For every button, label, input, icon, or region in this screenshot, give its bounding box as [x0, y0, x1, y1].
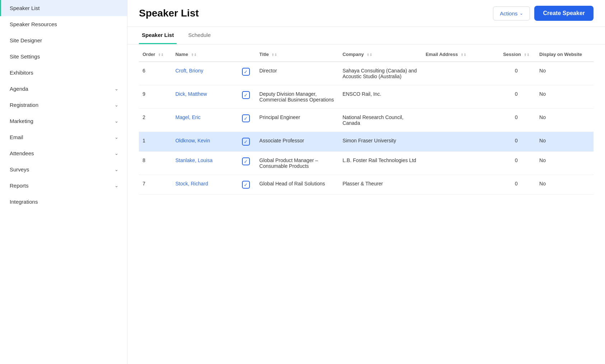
cell-order: 6	[139, 62, 172, 85]
sidebar-item-reports[interactable]: Reports ⌄	[0, 178, 127, 194]
sidebar-item-marketing[interactable]: Marketing ⌄	[0, 113, 127, 129]
sidebar-item-agenda[interactable]: Agenda ⌄	[0, 81, 127, 97]
table-row: 6 Croft, Briony ✓ Director Sahaya Consul…	[139, 62, 594, 85]
table-row: 8 Stanlake, Louisa ✓ Global Product Mana…	[139, 152, 594, 175]
table-row: 1 Oldknow, Kevin ✓ Associate Professor S…	[139, 132, 594, 152]
sidebar-item-registration[interactable]: Registration ⌄	[0, 97, 127, 113]
sort-icon: ⇧⇩	[191, 53, 197, 57]
cell-session: 0	[497, 132, 536, 152]
cell-name[interactable]: Magel, Eric	[172, 109, 238, 132]
sidebar-item-label: Surveys	[10, 166, 29, 172]
cell-order: 2	[139, 109, 172, 132]
cell-email	[422, 62, 497, 85]
sidebar-item-integrations[interactable]: Integrations	[0, 194, 127, 210]
cell-checkbox[interactable]: ✓	[238, 109, 256, 132]
cell-checkbox[interactable]: ✓	[238, 132, 256, 152]
sort-icon: ⇧⇩	[524, 53, 530, 57]
cell-order: 7	[139, 175, 172, 195]
col-header-title[interactable]: Title ⇧⇩	[256, 47, 339, 62]
cell-company: Sahaya Consulting (Canada) and Acoustic …	[339, 62, 422, 85]
cell-display: No	[536, 85, 594, 109]
sidebar-item-site-settings[interactable]: Site Settings	[0, 48, 127, 65]
chevron-down-icon: ⌄	[115, 102, 118, 108]
cell-checkbox[interactable]: ✓	[238, 62, 256, 85]
sidebar-item-label: Speaker List	[10, 5, 39, 11]
main-content: Speaker List Actions ⌄ Create Speaker Sp…	[127, 0, 605, 364]
checkbox-icon[interactable]: ✓	[242, 157, 250, 165]
sidebar-item-site-designer[interactable]: Site Designer	[0, 32, 127, 48]
col-header-checkbox	[238, 47, 256, 62]
cell-checkbox[interactable]: ✓	[238, 152, 256, 175]
cell-checkbox[interactable]: ✓	[238, 175, 256, 195]
create-speaker-button[interactable]: Create Speaker	[534, 6, 594, 21]
sidebar: Speaker List Speaker Resources Site Desi…	[0, 0, 127, 364]
checkbox-icon[interactable]: ✓	[242, 91, 250, 99]
sort-icon: ⇧⇩	[367, 53, 372, 57]
cell-title: Associate Professor	[256, 132, 339, 152]
cell-session: 0	[497, 62, 536, 85]
cell-display: No	[536, 132, 594, 152]
sidebar-item-label: Speaker Resources	[10, 21, 57, 27]
sidebar-item-label: Agenda	[10, 86, 28, 92]
sidebar-item-label: Attendees	[10, 150, 34, 156]
checkbox-icon[interactable]: ✓	[242, 68, 250, 76]
sidebar-item-attendees[interactable]: Attendees ⌄	[0, 145, 127, 161]
sidebar-item-label: Site Designer	[10, 37, 42, 43]
cell-session: 0	[497, 109, 536, 132]
cell-display: No	[536, 62, 594, 85]
sidebar-item-label: Reports	[10, 183, 29, 189]
speaker-table: Order ⇧⇩ Name ⇧⇩ Title ⇧⇩ Company ⇧⇩ Ema…	[139, 47, 594, 195]
cell-company: ENSCO Rail, Inc.	[339, 85, 422, 109]
sidebar-item-exhibitors[interactable]: Exhibitors	[0, 65, 127, 81]
col-header-order[interactable]: Order ⇧⇩	[139, 47, 172, 62]
checkbox-icon[interactable]: ✓	[242, 181, 250, 189]
actions-button[interactable]: Actions ⌄	[493, 6, 530, 20]
cell-title: Global Head of Rail Solutions	[256, 175, 339, 195]
cell-name[interactable]: Croft, Briony	[172, 62, 238, 85]
page-title: Speaker List	[139, 8, 493, 19]
col-header-session[interactable]: Session ⇧⇩	[497, 47, 536, 62]
sidebar-item-email[interactable]: Email ⌄	[0, 129, 127, 145]
sidebar-item-label: Marketing	[10, 118, 33, 124]
chevron-down-icon: ⌄	[115, 167, 118, 172]
sidebar-item-speaker-resources[interactable]: Speaker Resources	[0, 16, 127, 32]
cell-company: L.B. Foster Rail Technologies Ltd	[339, 152, 422, 175]
col-header-name[interactable]: Name ⇧⇩	[172, 47, 238, 62]
cell-email	[422, 175, 497, 195]
cell-title: Deputy Division Manager, Commercial Busi…	[256, 85, 339, 109]
cell-name[interactable]: Stanlake, Louisa	[172, 152, 238, 175]
sidebar-item-label: Exhibitors	[10, 70, 33, 76]
chevron-down-icon: ⌄	[115, 118, 118, 124]
chevron-down-icon: ⌄	[115, 183, 118, 188]
sidebar-item-speaker-list[interactable]: Speaker List	[0, 0, 127, 16]
cell-display: No	[536, 152, 594, 175]
checkbox-icon[interactable]: ✓	[242, 138, 250, 146]
col-header-email[interactable]: Email Address ⇧⇩	[422, 47, 497, 62]
cell-name[interactable]: Dick, Matthew	[172, 85, 238, 109]
cell-checkbox[interactable]: ✓	[238, 85, 256, 109]
chevron-down-icon: ⌄	[520, 11, 523, 16]
cell-email	[422, 109, 497, 132]
cell-title: Director	[256, 62, 339, 85]
cell-display: No	[536, 175, 594, 195]
sidebar-item-label: Site Settings	[10, 53, 40, 60]
tab-schedule[interactable]: Schedule	[185, 27, 214, 44]
col-header-company[interactable]: Company ⇧⇩	[339, 47, 422, 62]
col-header-display: Display on Website	[536, 47, 594, 62]
tab-speaker-list[interactable]: Speaker List	[139, 27, 177, 44]
cell-name[interactable]: Stock, Richard	[172, 175, 238, 195]
sidebar-item-surveys[interactable]: Surveys ⌄	[0, 161, 127, 178]
sort-icon: ⇧⇩	[271, 53, 277, 57]
cell-company: Simon Fraser University	[339, 132, 422, 152]
cell-email	[422, 85, 497, 109]
cell-name[interactable]: Oldknow, Kevin	[172, 132, 238, 152]
cell-title: Global Product Manager – Consumable Prod…	[256, 152, 339, 175]
cell-order: 1	[139, 132, 172, 152]
cell-order: 8	[139, 152, 172, 175]
sidebar-item-label: Registration	[10, 102, 38, 108]
speaker-table-container: Order ⇧⇩ Name ⇧⇩ Title ⇧⇩ Company ⇧⇩ Ema…	[127, 44, 605, 364]
checkbox-icon[interactable]: ✓	[242, 114, 250, 122]
cell-display: No	[536, 109, 594, 132]
chevron-down-icon: ⌄	[115, 134, 118, 140]
sort-icon: ⇧⇩	[461, 53, 466, 57]
